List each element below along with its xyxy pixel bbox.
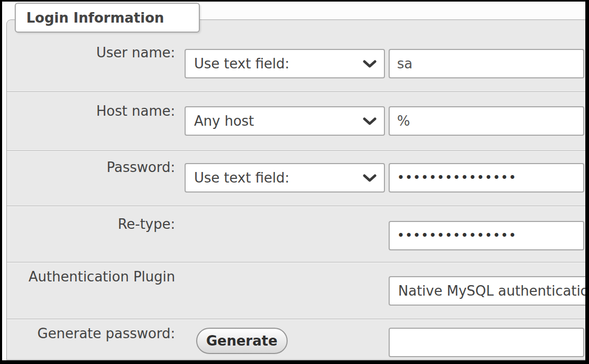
login-information-fieldset: User name: Use text field: Host name: An… bbox=[6, 19, 585, 360]
auth-plugin-select-value: Native MySQL authentication bbox=[398, 283, 585, 299]
chevron-down-icon bbox=[363, 56, 377, 72]
password-type-select-value: Use text field: bbox=[194, 170, 289, 186]
password-input[interactable] bbox=[389, 163, 584, 193]
hostname-type-select[interactable]: Any host bbox=[185, 106, 385, 136]
generate-button-cell: Generate bbox=[185, 324, 385, 354]
retype-label: Re-type: bbox=[7, 215, 175, 234]
form-row-hostname: Host name: Any host bbox=[7, 92, 585, 150]
chevron-down-icon bbox=[363, 170, 377, 186]
username-type-select-value: Use text field: bbox=[194, 56, 289, 72]
generated-password-input[interactable] bbox=[389, 328, 584, 357]
legend-text: Login Information bbox=[26, 10, 164, 26]
hostname-input[interactable] bbox=[389, 106, 584, 136]
hostname-type-select-value: Any host bbox=[194, 113, 254, 129]
form-row-generate-password: Generate password: Generate bbox=[7, 319, 585, 360]
form-row-retype: Re-type: bbox=[7, 206, 585, 262]
form-row-auth-plugin: Authentication Plugin Native MySQL authe… bbox=[7, 262, 585, 319]
hostname-label: Host name: bbox=[7, 102, 175, 120]
username-type-select[interactable]: Use text field: bbox=[185, 49, 385, 78]
login-information-legend: Login Information bbox=[15, 3, 200, 33]
username-label: User name: bbox=[7, 43, 175, 62]
generate-password-label: Generate password: bbox=[7, 324, 175, 343]
page-background: Login Information User name: Use text fi… bbox=[2, 2, 585, 360]
username-input[interactable] bbox=[389, 49, 584, 78]
password-label: Password: bbox=[7, 158, 175, 177]
generate-button[interactable]: Generate bbox=[196, 328, 288, 354]
auth-plugin-select[interactable]: Native MySQL authentication bbox=[389, 276, 585, 306]
retype-password-input[interactable] bbox=[389, 221, 584, 250]
password-type-select[interactable]: Use text field: bbox=[185, 163, 385, 193]
form-row-password: Password: Use text field: bbox=[7, 150, 585, 206]
chevron-down-icon bbox=[363, 113, 377, 129]
auth-plugin-label: Authentication Plugin bbox=[7, 267, 175, 286]
